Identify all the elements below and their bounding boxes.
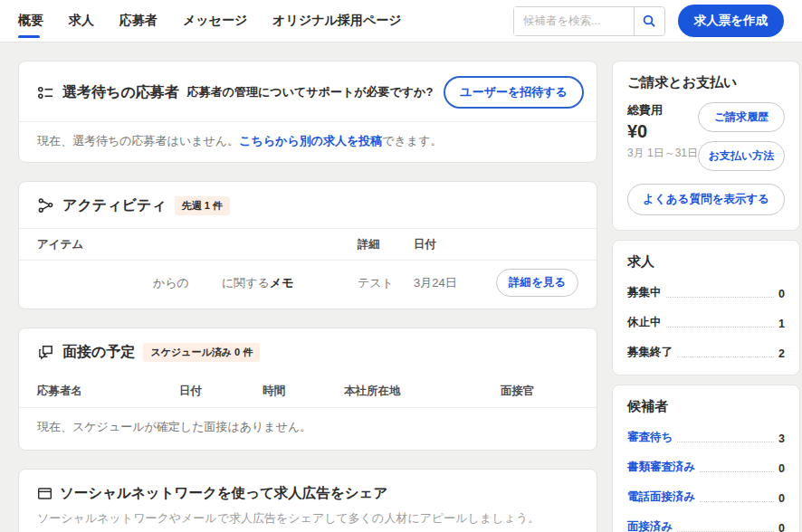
jobs-stat-paused: 休止中 1: [627, 315, 785, 330]
activity-date-cell: 3月24日: [414, 275, 501, 291]
social-share-card: ソーシャルネットワークを使って求人広告をシェア ソーシャルネットワークやメールで…: [18, 469, 597, 532]
support-question: 応募者の管理についてサポートが必要ですか?: [187, 84, 434, 100]
faq-button[interactable]: よくある質問を表示する: [627, 184, 785, 215]
col-date: 日付: [414, 237, 501, 252]
share-card-subtitle: ソーシャルネットワークやメールで求人広告をシェアして多くの人材にアピールしましょ…: [37, 510, 578, 527]
invite-user-button[interactable]: ユーザーを招待する: [444, 76, 584, 109]
activity-count-badge: 先週 1 件: [175, 196, 230, 215]
pending-card-title: 選考待ちの応募者: [62, 83, 179, 102]
jobs-open-value: 0: [778, 288, 785, 300]
total-cost-value: ¥0: [627, 121, 698, 142]
col-detail: 詳細: [358, 237, 414, 252]
billing-history-button[interactable]: ご請求履歴: [698, 102, 785, 132]
jobs-paused-label: 休止中: [627, 315, 662, 330]
candidate-list-icon: [37, 84, 54, 101]
speech-bubbles-icon: [37, 344, 54, 361]
col-applicant-name: 応募者名: [37, 384, 179, 399]
total-cost-label: 総費用: [627, 102, 698, 119]
reviewed-link[interactable]: 書類審査済み: [627, 460, 695, 475]
jobs-stat-closed: 募集終了 2: [627, 345, 785, 360]
search-icon: [642, 14, 656, 28]
payment-method-button[interactable]: お支払い方法: [698, 141, 785, 171]
sidebar: ご請求とお支払い 総費用 ¥0 3月 1日～31日 ご請求履歴 お支払い方法 よ…: [612, 61, 800, 532]
activity-card: アクティビティ 先週 1 件 アイテム 詳細 日付 からのに関するメモ テスト …: [18, 181, 597, 309]
pending-empty-state: 現在、選考待ちの応募者はいません。こちらから別の求人を投稿できます。: [19, 121, 597, 162]
candidates-summary-card: 候補者 審査待ち 3 書類審査済み 0 電話面接済み 0 面接済み 0: [612, 385, 800, 532]
post-another-job-link[interactable]: こちらから別の求人を投稿: [239, 134, 382, 147]
candidates-stat-phone-screened: 電話面接済み 0: [627, 489, 785, 505]
jobs-open-label: 募集中: [627, 285, 662, 300]
search-input[interactable]: [514, 7, 634, 35]
interview-card-title: 面接の予定: [62, 343, 135, 362]
activity-detail-cell: テスト: [358, 275, 414, 291]
create-job-button[interactable]: 求人票を作成: [678, 5, 784, 37]
col-item: アイテム: [37, 237, 358, 252]
awaiting-review-link[interactable]: 審査待ち: [627, 430, 673, 445]
interviewed-link[interactable]: 面接済み: [627, 519, 673, 532]
page-content: 選考待ちの応募者 応募者の管理についてサポートが必要ですか? ユーザーを招待する…: [0, 43, 802, 532]
activity-table-row: からのに関するメモ テスト 3月24日 詳細を見る: [19, 261, 597, 309]
top-navigation: 概要 求人 応募者 メッセージ オリジナル採用ページ 求人票を作成: [0, 0, 802, 43]
jobs-summary-card: 求人 募集中 0 休止中 1 募集終了 2: [612, 240, 800, 375]
interview-schedule-card: 面接の予定 スケジュール済み 0 件 応募者名 日付 時間 本社所在地 面接官 …: [18, 328, 597, 451]
nav-tab-overview[interactable]: 概要: [18, 0, 43, 43]
jobs-closed-value: 2: [778, 347, 785, 360]
activity-table-header: アイテム 詳細 日付: [19, 228, 597, 261]
phone-screened-link[interactable]: 電話面接済み: [627, 489, 695, 505]
candidates-stat-interviewed: 面接済み 0: [627, 519, 785, 532]
candidate-search: [513, 6, 665, 36]
nav-tab-jobs[interactable]: 求人: [69, 0, 94, 43]
billing-period: 3月 1日～31日: [627, 146, 698, 161]
main-column: 選考待ちの応募者 応募者の管理についてサポートが必要ですか? ユーザーを招待する…: [18, 61, 597, 532]
col-interviewer: 面接官: [501, 384, 578, 399]
jobs-title: 求人: [627, 253, 785, 271]
jobs-paused-value: 1: [778, 318, 785, 330]
billing-title: ご請求とお支払い: [627, 74, 785, 91]
nav-right-group: 求人票を作成: [513, 5, 784, 37]
jobs-stat-open: 募集中 0: [627, 285, 785, 300]
browser-window-icon: [37, 486, 53, 501]
col-office-location: 本社所在地: [344, 384, 501, 399]
activity-item-cell: からのに関するメモ: [37, 275, 358, 291]
activity-nodes-icon: [37, 197, 54, 214]
billing-card: ご請求とお支払い 総費用 ¥0 3月 1日～31日 ご請求履歴 お支払い方法 よ…: [612, 61, 800, 231]
nav-tab-applicants[interactable]: 応募者: [119, 0, 158, 43]
candidates-title: 候補者: [627, 398, 785, 415]
col-interview-date: 日付: [179, 384, 263, 399]
share-card-title: ソーシャルネットワークを使って求人広告をシェア: [60, 484, 387, 503]
pending-empty-suffix: できます。: [382, 134, 442, 147]
col-interview-time: 時間: [263, 384, 344, 399]
search-button[interactable]: [634, 7, 664, 35]
candidates-stat-awaiting: 審査待ち 3: [627, 430, 785, 445]
view-details-button[interactable]: 詳細を見る: [496, 269, 578, 297]
jobs-closed-label: 募集終了: [627, 345, 673, 360]
activity-card-title: アクティビティ: [62, 196, 167, 215]
interview-table-header: 応募者名 日付 時間 本社所在地 面接官: [19, 375, 597, 407]
candidates-stat-reviewed: 書類審査済み 0: [627, 460, 785, 475]
pending-applicants-card: 選考待ちの応募者 応募者の管理についてサポートが必要ですか? ユーザーを招待する…: [18, 61, 597, 163]
interview-count-badge: スケジュール済み 0 件: [143, 343, 260, 362]
pending-empty-prefix: 現在、選考待ちの応募者はいません。: [37, 134, 239, 147]
nav-tab-career-page[interactable]: オリジナル採用ページ: [272, 0, 401, 43]
interview-empty-state: 現在、スケジュールが確定した面接はありません。: [19, 407, 597, 450]
nav-tab-messages[interactable]: メッセージ: [183, 0, 247, 43]
